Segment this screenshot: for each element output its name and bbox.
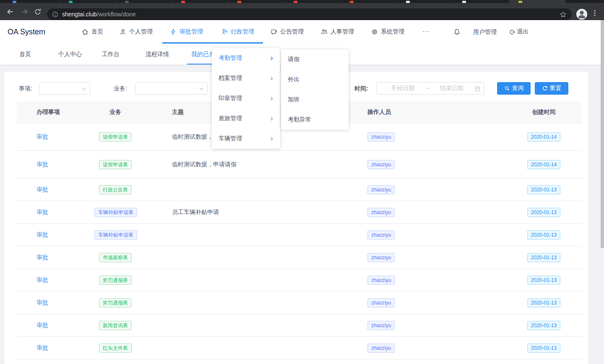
tab-separator — [397, 0, 397, 3]
forward-button[interactable] — [21, 8, 29, 15]
approve-link[interactable]: 审批 — [36, 186, 48, 193]
topnav-item-admin[interactable]: 行政管理 — [221, 20, 254, 44]
browser-tab-strip[interactable] — [0, 0, 604, 3]
biz-tag: 奖罚通报表 — [99, 298, 132, 307]
menu-item-seal[interactable]: 印章管理 — [212, 88, 280, 108]
reset-button-label: 重置 — [550, 85, 562, 92]
chevron-right-icon — [269, 116, 274, 121]
operator-tag: zhaoziyu — [367, 253, 395, 262]
col-header-biz: 业务 — [94, 108, 136, 116]
topnav-item-system[interactable]: 系统管理 — [371, 20, 404, 44]
reload-icon — [34, 8, 42, 15]
search-button[interactable]: 查询 — [497, 82, 531, 95]
search-icon — [504, 85, 510, 91]
operator-tag: zhaoziyu — [367, 298, 395, 307]
topnav-item-personal[interactable]: 个人管理 — [120, 20, 153, 44]
topnav-item-hr[interactable]: 人事管理 — [321, 20, 354, 44]
approve-link[interactable]: 审批 — [36, 133, 48, 140]
created-tag: 2020-01-13 — [527, 298, 560, 307]
gear-icon — [371, 28, 378, 35]
table-row: 审批 车辆补贴申请表 zhaoziyu 2020-01-13 — [17, 224, 582, 246]
created-tag: 2020-01-13 — [527, 276, 560, 285]
menu-item-vehicle[interactable]: 车辆管理 — [212, 129, 280, 149]
menu-item-label: 档案管理 — [219, 75, 242, 82]
back-icon — [6, 8, 14, 15]
done-items-table: 办理事项 业务 主题 操作人员 创建时间 审批 请假申请表 临时测试数据，申请请… — [17, 101, 582, 359]
chevron-right-icon — [269, 76, 274, 81]
topnav-user-mgmt[interactable]: 用户管理 — [473, 20, 497, 44]
table-row: 审批 奖罚通报表 zhaoziyu 2020-01-13 — [17, 292, 582, 314]
browser-profile-avatar[interactable] — [576, 9, 587, 20]
approve-link[interactable]: 审批 — [36, 254, 48, 261]
submenu-item-leave[interactable]: 请假 — [281, 49, 349, 70]
reload-button[interactable] — [34, 8, 42, 15]
subnav-tab-home[interactable]: 首页 — [19, 44, 31, 65]
operator-tag: zhaoziyu — [367, 321, 395, 330]
bell-icon[interactable] — [453, 28, 461, 36]
approve-link[interactable]: 审批 — [36, 276, 48, 283]
biz-tag: 市场观察表 — [99, 253, 132, 262]
approve-link[interactable]: 审批 — [36, 209, 48, 215]
operator-tag: zhaoziyu — [367, 132, 395, 142]
submenu-item-abnormal[interactable]: 考勤异常 — [281, 110, 349, 130]
page-scrollbar[interactable] — [601, 20, 604, 364]
table-row: 审批 新闻资讯表 zhaoziyu 2020-01-13 — [17, 314, 582, 337]
logout-icon — [509, 29, 515, 35]
bookmark-star-icon[interactable] — [560, 11, 567, 18]
forward-icon — [21, 8, 29, 15]
created-tag: 2020-01-13 — [527, 185, 560, 194]
tab-separator — [453, 0, 453, 3]
home-icon — [82, 28, 89, 35]
operator-tag: zhaoziyu — [367, 208, 395, 217]
topnav-more[interactable]: ··· — [422, 20, 430, 42]
subnav-tab-workbench[interactable]: 工作台 — [102, 44, 120, 65]
subnav-tab-personal[interactable]: 个人中心 — [58, 44, 82, 65]
tab-separator — [284, 0, 285, 3]
back-button[interactable] — [6, 8, 14, 15]
site-info-icon[interactable] — [52, 11, 58, 18]
approve-link[interactable]: 审批 — [36, 231, 48, 238]
submenu-item-out[interactable]: 外出 — [281, 70, 349, 90]
topnav-item-label: 系统管理 — [381, 28, 404, 36]
browser-menu-icon[interactable] — [592, 9, 598, 17]
topnav-item-label: 首页 — [91, 28, 103, 36]
table-row: 审批 车辆补贴申请表 员工车辆补贴申请 zhaoziyu 2020-01-13 — [17, 201, 582, 224]
operator-tag: zhaoziyu — [367, 276, 395, 285]
subnav-tab-process[interactable]: 流程详情 — [146, 44, 169, 65]
tab-separator — [341, 0, 341, 3]
topnav-item-approval[interactable]: 审批管理 — [170, 20, 203, 44]
menu-item-label: 考勤管理 — [219, 54, 242, 62]
submenu-item-overtime[interactable]: 加班 — [281, 90, 349, 110]
tab-separator — [116, 0, 116, 3]
biz-select[interactable] — [135, 82, 208, 95]
item-select[interactable] — [39, 82, 90, 95]
tab-separator — [228, 0, 229, 3]
approve-link[interactable]: 审批 — [36, 161, 48, 168]
biz-tag: 请假申请表 — [99, 160, 132, 169]
approve-link[interactable]: 审批 — [36, 322, 48, 328]
topnav-logout[interactable]: 退出 — [509, 20, 528, 44]
flash-icon — [170, 28, 177, 35]
date-range-input[interactable]: 开始日期 ~ 结束日期 — [376, 82, 484, 95]
approve-link[interactable]: 审批 — [36, 344, 48, 351]
menu-item-travel[interactable]: 差旅管理 — [212, 108, 280, 129]
topnav-item-home[interactable]: 首页 — [82, 20, 103, 44]
operator-tag: zhaoziyu — [367, 343, 395, 353]
created-tag: 2020-01-13 — [527, 208, 560, 217]
menu-item-archive[interactable]: 档案管理 — [212, 68, 280, 88]
menu-item-attendance[interactable]: 考勤管理 — [212, 48, 280, 68]
screen: shengtai.club/workflow/done OA System 首页… — [0, 0, 604, 364]
topnav-item-announcement[interactable]: 公告管理 — [271, 20, 304, 44]
date-start-placeholder: 开始日期 — [380, 85, 425, 92]
active-browser-tab[interactable] — [509, 0, 565, 3]
url-text: shengtai.club/workflow/done — [62, 11, 136, 18]
operator-tag: zhaoziyu — [367, 185, 395, 194]
approve-link[interactable]: 审批 — [36, 299, 48, 306]
url-bar[interactable]: shengtai.club/workflow/done — [47, 8, 572, 20]
announcement-icon — [271, 28, 277, 35]
scrollbar-thumb[interactable] — [601, 20, 604, 248]
subnav-tab-done[interactable]: 我的已办 — [191, 44, 215, 65]
reset-button[interactable]: 重置 — [535, 82, 568, 95]
subject-cell: 临时测试数据，申请请假 — [136, 161, 359, 168]
admin-dropdown-menu: 考勤管理 档案管理 印章管理 差旅管理 车辆管理 — [212, 48, 280, 149]
